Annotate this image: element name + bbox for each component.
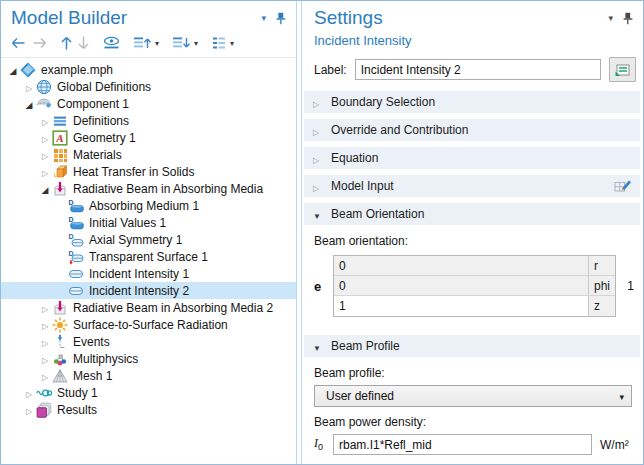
section-header-equation[interactable]: Equation	[304, 147, 640, 169]
tree-item-label: Incident Intensity 1	[89, 267, 195, 281]
svg-text:D: D	[69, 232, 74, 239]
tree-item-geometry-1[interactable]: A Geometry 1	[1, 129, 296, 146]
section-header-beam-orientation[interactable]: Beam Orientation	[304, 203, 640, 225]
tree-item-label: Geometry 1	[73, 131, 142, 145]
panel-menu-caret-icon[interactable]	[602, 13, 619, 23]
tree-item-example-mph[interactable]: example.mph	[1, 61, 296, 78]
section-beam-orientation: Beam Orientation Beam orientation: e r p…	[304, 203, 640, 329]
tree-item-label: Transparent Surface 1	[89, 250, 214, 264]
panel-menu-caret-icon[interactable]	[255, 13, 272, 23]
boundary-d-icon: D	[68, 232, 84, 248]
label-input[interactable]	[355, 59, 601, 80]
tree-item-component-1[interactable]: Component 1	[1, 95, 296, 112]
edit-model-input-icon[interactable]	[614, 178, 632, 194]
power-unit-label: W/m²	[592, 438, 634, 452]
expander-closed-icon[interactable]	[38, 131, 52, 145]
orientation-phi-input[interactable]	[334, 276, 588, 295]
section-header-override-and-contribution[interactable]: Override and Contribution	[304, 119, 640, 141]
expander-closed-icon[interactable]	[38, 301, 52, 315]
section-header-boundary-selection[interactable]: Boundary Selection	[304, 91, 640, 113]
boundary-feature-icon	[68, 283, 84, 299]
tree-item-incident-intensity-1[interactable]: Incident Intensity 1	[1, 265, 296, 282]
tree-item-surface-to-surface-radiation[interactable]: Surface-to-Surface Radiation	[1, 316, 296, 333]
expander-closed-icon[interactable]	[22, 403, 36, 417]
pin-icon[interactable]	[274, 11, 288, 26]
tree-item-study-1[interactable]: Study 1	[1, 384, 296, 401]
tree-item-heat-transfer-in-solids[interactable]: Heat Transfer in Solids	[1, 163, 296, 180]
section-beam-profile: Beam Profile Beam profile: User defined …	[304, 335, 640, 459]
expander-open-icon[interactable]	[22, 97, 36, 111]
collapse-menu-caret-icon[interactable]	[154, 39, 162, 48]
expander-closed-icon[interactable]	[22, 80, 36, 94]
expander-open-icon[interactable]	[6, 63, 20, 77]
tree-item-multiphysics[interactable]: Multiphysics	[1, 350, 296, 367]
beam-power-density-input[interactable]	[333, 434, 592, 455]
forward-button[interactable]	[29, 34, 50, 52]
tree-item-label: Definitions	[73, 114, 135, 128]
tree-item-initial-values-1[interactable]: D Initial Values 1	[1, 214, 296, 231]
show-button[interactable]	[100, 34, 123, 52]
tree-item-absorbing-medium-1[interactable]: D Absorbing Medium 1	[1, 197, 296, 214]
tree-item-label: Component 1	[57, 97, 135, 111]
settings-title: Settings	[314, 6, 602, 30]
orientation-table: r phi z	[333, 255, 616, 317]
tree-item-incident-intensity-2[interactable]: Incident Intensity 2	[1, 282, 296, 299]
tree-item-events[interactable]: Events	[1, 333, 296, 350]
expand-menu-caret-icon[interactable]	[193, 39, 201, 48]
vector-symbol: e	[314, 279, 333, 294]
tree-item-label: Mesh 1	[73, 369, 118, 383]
chevron-right-icon	[313, 177, 331, 195]
multiphysics-icon	[52, 351, 68, 367]
expander-closed-icon[interactable]	[38, 352, 52, 366]
expander-closed-icon[interactable]	[38, 114, 52, 128]
tree-item-results[interactable]: Results	[1, 401, 296, 418]
expander-open-icon[interactable]	[38, 182, 52, 196]
pin-icon[interactable]	[621, 11, 635, 26]
section-header-model-input[interactable]: Model Input	[304, 175, 640, 197]
tree-item-axial-symmetry-1[interactable]: D Axial Symmetry 1	[1, 231, 296, 248]
tree-view-menu-caret-icon[interactable]	[229, 39, 237, 48]
section-model-input: Model Input	[304, 175, 640, 197]
radiative-beam-icon	[52, 181, 68, 197]
expand-all-button[interactable]	[170, 34, 193, 52]
section-header-beam-profile[interactable]: Beam Profile	[304, 335, 640, 357]
move-up-button[interactable]	[58, 34, 75, 52]
beam-profile-select[interactable]: User defined	[314, 385, 632, 407]
chevron-down-icon	[313, 337, 331, 355]
orientation-z-input[interactable]	[334, 296, 588, 316]
tree-item-label: Global Definitions	[57, 80, 157, 94]
tree-item-label: example.mph	[41, 63, 119, 77]
expander-closed-icon[interactable]	[38, 369, 52, 383]
sun-icon	[52, 317, 68, 333]
expander-closed-icon[interactable]	[22, 386, 36, 400]
svg-text:D: D	[69, 198, 74, 205]
tree-item-mesh-1[interactable]: Mesh 1	[1, 367, 296, 384]
tree-item-materials[interactable]: Materials	[1, 146, 296, 163]
expander-closed-icon[interactable]	[38, 148, 52, 162]
tree-item-radiative-beam-1[interactable]: Radiative Beam in Absorbing Media	[1, 180, 296, 197]
definitions-icon	[52, 113, 68, 129]
rename-button[interactable]	[609, 57, 636, 82]
label-field-row: Label:	[302, 57, 643, 91]
back-button[interactable]	[8, 34, 29, 52]
tree-item-global-definitions[interactable]: Global Definitions	[1, 78, 296, 95]
expander-closed-icon[interactable]	[38, 165, 52, 179]
collapse-all-button[interactable]	[131, 34, 154, 52]
tree-item-radiative-beam-2[interactable]: Radiative Beam in Absorbing Media 2	[1, 299, 296, 316]
beam-power-density-caption: Beam power density:	[314, 415, 634, 429]
boundary-d-arrow-icon: D	[68, 249, 84, 265]
orientation-r-input[interactable]	[334, 256, 588, 275]
tree-item-transparent-surface-1[interactable]: D Transparent Surface 1	[1, 248, 296, 265]
svg-text:A: A	[55, 132, 63, 144]
globe-icon	[36, 79, 52, 95]
tree-item-definitions[interactable]: Definitions	[1, 112, 296, 129]
mph-file-icon	[20, 62, 36, 78]
tree-item-label: Materials	[73, 148, 128, 162]
move-down-button[interactable]	[75, 34, 92, 52]
expander-closed-icon[interactable]	[38, 335, 52, 349]
heat-transfer-icon	[52, 164, 68, 180]
model-tree-node-text-button[interactable]	[209, 34, 229, 52]
expander-closed-icon[interactable]	[38, 318, 52, 332]
chevron-down-icon	[313, 205, 331, 223]
matrix-row-phi: phi	[334, 276, 615, 296]
